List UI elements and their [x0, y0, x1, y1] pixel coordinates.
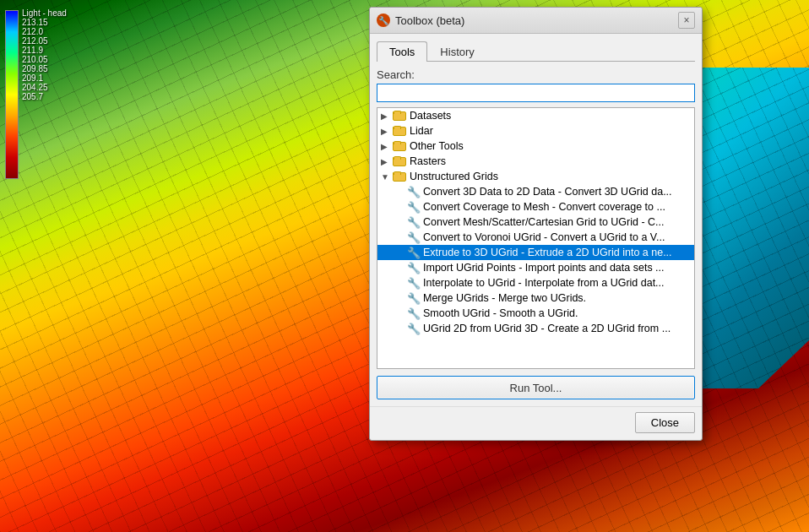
close-dialog-button[interactable]: Close: [635, 412, 695, 433]
item-label: Convert Mesh/Scatter/Cartesian Grid to U…: [423, 216, 665, 228]
tool-icon: 🔧: [408, 292, 420, 304]
tree-item-convert-coverage-to-mesh[interactable]: 🔧 Convert Coverage to Mesh - Convert cov…: [377, 199, 694, 214]
tree-item-import-ugrid-points[interactable]: 🔧 Import UGrid Points - Import points an…: [377, 260, 694, 275]
dialog-body: Tools History Search: ▶ Datasets ▶ Lidar…: [370, 34, 702, 406]
tool-icon: 🔧: [408, 231, 420, 243]
dialog-title-left: 🔧 Toolbox (beta): [377, 14, 464, 27]
item-label: Lidar: [410, 125, 433, 137]
search-input[interactable]: [377, 84, 695, 102]
item-label: Convert Coverage to Mesh - Convert cover…: [423, 201, 665, 213]
toolbox-dialog: 🔧 Toolbox (beta) × Tools History Search:…: [369, 7, 703, 441]
tab-tools[interactable]: Tools: [377, 41, 427, 62]
folder-icon: [393, 111, 406, 121]
expand-arrow: ▶: [381, 142, 393, 151]
item-label: Extrude to 3D UGrid - Extrude a 2D UGrid…: [423, 247, 672, 258]
item-label: Rasters: [410, 155, 446, 167]
tree-item-convert-mesh-scatter[interactable]: 🔧 Convert Mesh/Scatter/Cartesian Grid to…: [377, 214, 694, 230]
tree-item-merge-ugrids[interactable]: 🔧 Merge UGrids - Merge two UGrids.: [377, 290, 694, 306]
tool-icon: 🔧: [408, 307, 420, 319]
toolbox-icon: 🔧: [377, 14, 390, 27]
legend-labels: Light - head 213.15 212.0 212.05 211.9 2…: [22, 8, 67, 101]
expand-arrow: ▼: [381, 172, 393, 182]
expand-arrow: ▶: [381, 127, 393, 136]
item-label: UGrid 2D from UGrid 3D - Create a 2D UGr…: [423, 323, 671, 334]
tool-icon: 🔧: [408, 277, 420, 289]
item-label: Convert to Voronoi UGrid - Convert a UGr…: [423, 231, 665, 243]
folder-icon: [393, 156, 406, 166]
tree-item-smooth-ugrid[interactable]: 🔧 Smooth UGrid - Smooth a UGrid.: [377, 306, 694, 321]
run-tool-button[interactable]: Run Tool...: [377, 376, 695, 399]
tool-icon: 🔧: [408, 186, 420, 198]
tab-bar: Tools History: [377, 41, 695, 62]
tree-item-other-tools[interactable]: ▶ Other Tools: [377, 138, 694, 154]
tree-item-convert-voronoi[interactable]: 🔧 Convert to Voronoi UGrid - Convert a U…: [377, 230, 694, 245]
dialog-title: Toolbox (beta): [395, 14, 464, 27]
item-label: Unstructured Grids: [410, 171, 498, 182]
folder-icon: [393, 126, 406, 136]
tool-icon: 🔧: [408, 247, 420, 258]
color-legend-bar: [5, 10, 19, 179]
item-label: Other Tools: [410, 140, 464, 152]
expand-arrow: ▶: [381, 111, 393, 121]
tab-history[interactable]: History: [427, 41, 486, 62]
tree-item-datasets[interactable]: ▶ Datasets: [377, 108, 694, 123]
dialog-titlebar: 🔧 Toolbox (beta) ×: [370, 8, 702, 34]
tree-item-unstructured-grids[interactable]: ▼ Unstructured Grids: [377, 169, 694, 184]
item-label: Smooth UGrid - Smooth a UGrid.: [423, 307, 578, 319]
tool-icon: 🔧: [408, 262, 420, 274]
item-label: Convert 3D Data to 2D Data - Convert 3D …: [423, 186, 672, 198]
item-label: Interpolate to UGrid - Interpolate from …: [423, 277, 665, 289]
tree-item-lidar[interactable]: ▶ Lidar: [377, 123, 694, 138]
tree-item-ugrid-2d-from-3d[interactable]: 🔧 UGrid 2D from UGrid 3D - Create a 2D U…: [377, 321, 694, 336]
tool-icon: 🔧: [408, 216, 420, 228]
dialog-footer: Close: [370, 406, 702, 440]
search-label: Search:: [377, 68, 695, 81]
tree-item-interpolate-ugrid[interactable]: 🔧 Interpolate to UGrid - Interpolate fro…: [377, 275, 694, 290]
tree-item-convert-3d-to-2d[interactable]: 🔧 Convert 3D Data to 2D Data - Convert 3…: [377, 184, 694, 199]
folder-icon: [393, 171, 406, 182]
tool-icon: 🔧: [408, 201, 420, 213]
tree-item-extrude-3d[interactable]: 🔧 Extrude to 3D UGrid - Extrude a 2D UGr…: [377, 245, 694, 260]
dialog-close-button[interactable]: ×: [678, 12, 695, 29]
tree-item-rasters[interactable]: ▶ Rasters: [377, 154, 694, 169]
folder-icon: [393, 141, 406, 151]
tool-tree-list[interactable]: ▶ Datasets ▶ Lidar ▶ Other Tools ▶ Raste…: [377, 107, 695, 369]
expand-arrow: ▶: [381, 157, 393, 166]
item-label: Datasets: [410, 110, 451, 122]
tool-icon: 🔧: [408, 323, 420, 334]
item-label: Import UGrid Points - Import points and …: [423, 262, 665, 274]
item-label: Merge UGrids - Merge two UGrids.: [423, 292, 586, 304]
